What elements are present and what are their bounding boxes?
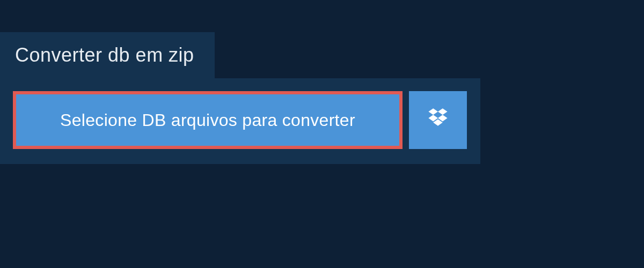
select-files-label: Selecione DB arquivos para converter bbox=[60, 110, 355, 130]
dropbox-icon bbox=[426, 107, 450, 133]
tab-converter[interactable]: Converter db em zip bbox=[0, 32, 215, 78]
button-row: Selecione DB arquivos para converter bbox=[13, 91, 467, 149]
tab-label: Converter db em zip bbox=[15, 44, 194, 66]
tab-bar: Converter db em zip Selecione DB arquivo… bbox=[0, 32, 644, 164]
dropbox-button[interactable] bbox=[409, 91, 467, 149]
converter-panel: Selecione DB arquivos para converter bbox=[0, 78, 480, 164]
select-files-button[interactable]: Selecione DB arquivos para converter bbox=[13, 91, 402, 149]
